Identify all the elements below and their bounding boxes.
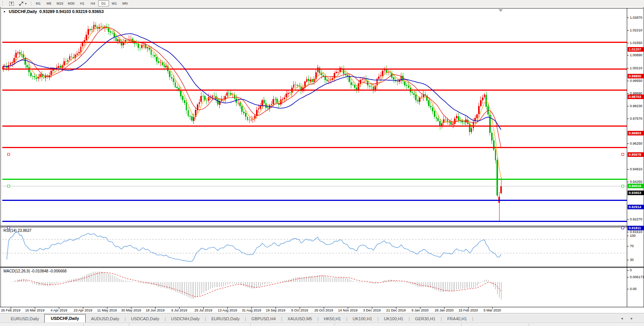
- chart-tab-fra40-h1[interactable]: FRA40,H1: [442, 315, 472, 323]
- text-tool-icon: T: [9, 2, 14, 6]
- timeframe-group: M1M5M15M30H1H4D1W1MN: [33, 0, 130, 7]
- chart-tab-xauusd-m5[interactable]: XAUUSD,M5: [282, 315, 317, 323]
- price-tick-label: 1.02210: [630, 28, 642, 32]
- rsi-tick-mark: [627, 270, 629, 271]
- chart-window[interactable]: ▼ USDCHF,Daily 0.93289 0.94103 0.93219 0…: [0, 7, 644, 313]
- chart-tab-usdchf-daily[interactable]: USDCHF,Daily: [44, 314, 86, 323]
- date-label: 4 Apr 2019: [50, 308, 67, 312]
- timeframe-button-m1[interactable]: M1: [33, 0, 44, 7]
- tab-scroll-left-icon[interactable]: ◄: [620, 317, 623, 320]
- collapse-triangle-icon[interactable]: ▼: [3, 10, 6, 13]
- date-label: 5 Mar 2020: [483, 308, 501, 312]
- chart-tab-uk100-h1[interactable]: UK100,H1: [378, 315, 409, 323]
- level-lines: [2, 42, 627, 222]
- horizontal-line-0.96803[interactable]: [2, 126, 627, 127]
- date-label: 26 Feb 2019: [1, 308, 21, 312]
- text-tool-button[interactable]: T: [6, 0, 17, 7]
- level-price-tag: 0.96803: [628, 131, 644, 135]
- timeframe-button-h4[interactable]: H4: [88, 0, 98, 7]
- current-price-tag: 0.93653: [628, 191, 644, 195]
- price-tick-mark: [627, 18, 629, 18]
- price-tick-mark: [627, 55, 629, 55]
- panel-separator[interactable]: [0, 267, 644, 268]
- tab-scroll-right-icon[interactable]: ►: [630, 317, 633, 320]
- timeframe-button-m5[interactable]: M5: [44, 0, 54, 7]
- horizontal-line-1.01207[interactable]: [2, 42, 627, 43]
- status-divider: [83, 323, 84, 326]
- horizontal-line-0.98703[interactable]: [2, 90, 627, 91]
- rsi-tick-label: 70: [630, 244, 634, 248]
- date-label: 16 Mar 2019: [25, 308, 45, 312]
- timeframe-button-m30[interactable]: M30: [65, 0, 77, 7]
- date-label: 28 Jan 2020: [435, 308, 454, 312]
- chart-tab-gbpusd-h4[interactable]: GBPUSD,H4: [246, 315, 281, 323]
- chart-tab-audusd-daily[interactable]: AUDUSD,Daily: [86, 315, 125, 323]
- chart-shift-marker-icon[interactable]: [498, 9, 503, 12]
- tab-scroll-buttons: ◄ ►: [620, 317, 633, 323]
- timeframe-button-mn[interactable]: MN: [120, 0, 130, 7]
- date-axis[interactable]: 26 Feb 201916 Mar 20194 Apr 201923 Apr 2…: [0, 307, 644, 313]
- timeframe-button-m15[interactable]: M15: [54, 0, 66, 7]
- price-tick-label: 1.02870: [630, 16, 642, 20]
- horizontal-line-0.91811[interactable]: [2, 221, 627, 222]
- macd-tick-label: 0.006173: [630, 275, 644, 279]
- timeframe-button-w1[interactable]: W1: [109, 0, 120, 7]
- panel-separator[interactable]: [0, 226, 644, 227]
- rsi-tick-mark: [627, 260, 629, 260]
- status-divider: [250, 323, 251, 326]
- date-label: 13 Aug 2019: [218, 308, 237, 312]
- price-tick-mark: [627, 93, 629, 94]
- date-label: 8 Oct 2019: [291, 308, 308, 312]
- line-handle-right[interactable]: [621, 227, 624, 229]
- price-tick-label: 0.97570: [630, 117, 642, 121]
- line-handle-left[interactable]: [7, 153, 10, 156]
- chart-title: ▼ USDCHF,Daily 0.93289 0.94103 0.93219 0…: [3, 9, 104, 14]
- chart-tab-usdcnh-daily[interactable]: USDCNH,Daily: [166, 315, 205, 323]
- chart-tab-usdcad-daily[interactable]: USDCAD,Daily: [126, 315, 165, 323]
- line-handle-left[interactable]: [7, 227, 10, 229]
- level-price-tag: 0.95678: [628, 152, 644, 157]
- chart-tab-hk50-h1[interactable]: HK50,H1: [318, 315, 346, 323]
- line-handle-right[interactable]: [621, 153, 624, 156]
- price-tick-mark: [627, 169, 629, 170]
- price-tick-label: 1.00210: [630, 66, 642, 70]
- ma-fast-line: [3, 27, 501, 178]
- price-tick-label: 0.94910: [630, 167, 642, 171]
- date-label: 3 Dec 2019: [363, 308, 381, 312]
- horizontal-line-0.94016[interactable]: [2, 179, 627, 180]
- level-price-tag: 0.92914: [628, 205, 644, 209]
- date-label: 31 Aug 2019: [242, 308, 261, 312]
- horizontal-line-0.92914[interactable]: [2, 200, 627, 201]
- level-price-tag: 0.94016: [628, 184, 644, 188]
- level-price-tag: 0.99800: [628, 74, 644, 78]
- date-label: 15 Feb 2020: [459, 308, 478, 312]
- symbol-label: USDCHF,Daily: [9, 9, 37, 14]
- status-divider: [334, 323, 335, 326]
- rsi-tick-label: 0: [630, 268, 632, 272]
- date-label: 6 Jul 2019: [171, 308, 187, 312]
- macd-histogram: [10, 272, 501, 300]
- macd-tick-mark: [627, 277, 629, 277]
- chart-tab-ger30-h1[interactable]: GER30,H1: [410, 315, 441, 323]
- chart-tab-uk100-h1[interactable]: UK100,H1: [347, 315, 378, 323]
- chart-tab-eurusd-daily[interactable]: EURUSD,Daily: [5, 315, 44, 323]
- timeframe-button-d1[interactable]: D1: [98, 0, 109, 7]
- ma-slow-line: [3, 34, 501, 130]
- price-tick-label: 1.01550: [630, 41, 642, 45]
- price-tick-mark: [627, 30, 629, 31]
- date-label: 11 May 2019: [97, 308, 117, 312]
- date-label: 19 Sep 2019: [266, 308, 285, 312]
- toolbar-separator: [31, 1, 31, 6]
- line-handle-left[interactable]: [7, 185, 10, 187]
- toolbar-grip: [2, 1, 5, 6]
- timeframe-button-h1[interactable]: H1: [77, 0, 88, 7]
- date-label: 25 Jul 2019: [195, 308, 213, 312]
- price-tick-mark: [627, 182, 629, 182]
- horizontal-line-0.95678[interactable]: [2, 147, 627, 148]
- ohlc-values: 0.93289 0.94103 0.93219 0.93653: [39, 9, 104, 14]
- horizontal-line-0.99800[interactable]: [2, 68, 627, 70]
- cursor-mode-button[interactable]: ▼: [17, 0, 29, 7]
- chart-tab-eurusd-daily[interactable]: EURUSD,Daily: [206, 315, 245, 323]
- line-handle-right[interactable]: [621, 185, 624, 187]
- price-tick-label: 0.96250: [630, 142, 642, 145]
